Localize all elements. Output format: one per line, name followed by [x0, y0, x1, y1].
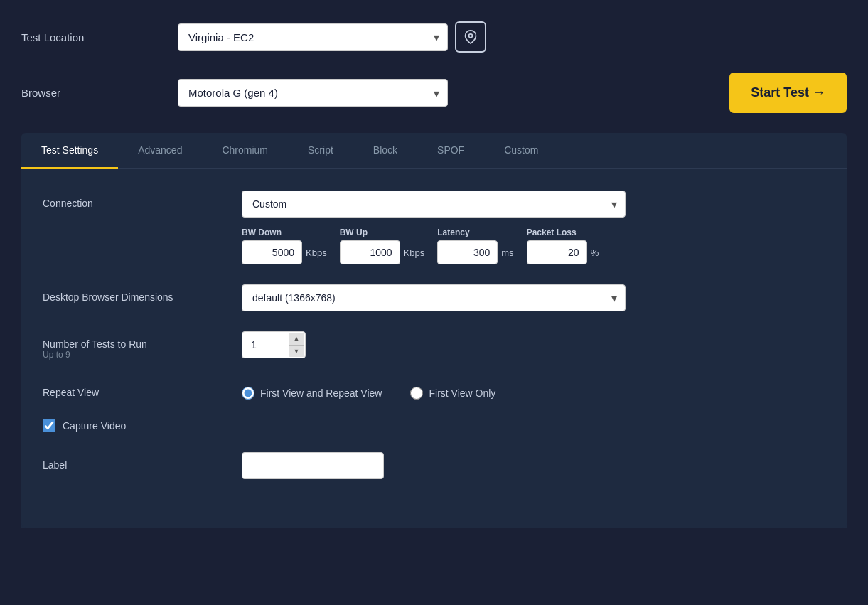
radio-first-only-label: First View Only	[429, 387, 495, 399]
bw-down-row: Kbps	[242, 240, 327, 264]
test-location-label: Test Location	[21, 31, 178, 43]
desktop-dimensions-label: Desktop Browser Dimensions	[43, 284, 242, 303]
desktop-dimensions-row: Desktop Browser Dimensions default (1366…	[43, 284, 825, 311]
svg-point-0	[469, 34, 473, 38]
num-tests-row: Number of Tests to Run Up to 9 ▲ ▼	[43, 331, 825, 360]
label-input[interactable]	[242, 452, 384, 479]
capture-video-label: Capture Video	[63, 420, 126, 432]
tab-spof[interactable]: SPOF	[417, 133, 484, 169]
tabs-content: Connection Custom Cable DSL 3G Fast ▾	[21, 169, 847, 528]
tab-test-settings[interactable]: Test Settings	[21, 133, 118, 169]
bw-down-group: BW Down Kbps	[242, 227, 327, 264]
browser-start-row: Browser Motorola G (gen 4) Chrome Firefo…	[21, 73, 847, 113]
main-container: Test Location Virginia - EC2 California …	[0, 0, 868, 549]
capture-video-checkbox[interactable]	[43, 419, 55, 432]
browser-left: Browser Motorola G (gen 4) Chrome Firefo…	[21, 79, 729, 107]
latency-unit: ms	[501, 247, 513, 258]
repeat-view-label: Repeat View	[43, 380, 242, 398]
label-field-label: Label	[43, 452, 242, 471]
radio-first-and-repeat-input[interactable]	[242, 387, 254, 400]
bw-down-input[interactable]	[242, 240, 302, 264]
num-tests-label: Number of Tests to Run Up to 9	[43, 331, 242, 360]
bw-up-label: BW Up	[340, 227, 368, 237]
location-pin-button[interactable]	[455, 21, 486, 53]
tab-script[interactable]: Script	[288, 133, 353, 169]
radio-first-and-repeat[interactable]: First View and Repeat View	[242, 387, 382, 400]
packet-loss-input[interactable]	[527, 240, 587, 264]
browser-select[interactable]: Motorola G (gen 4) Chrome Firefox	[178, 79, 448, 107]
tabs-container: Test Settings Advanced Chromium Script B…	[21, 133, 847, 528]
test-location-row: Test Location Virginia - EC2 California …	[21, 21, 847, 53]
stepper-buttons: ▲ ▼	[289, 333, 304, 357]
desktop-dimensions-select[interactable]: default (1366x768) 1024x768 1280x800 192…	[242, 284, 626, 311]
stepper-up-button[interactable]: ▲	[289, 333, 304, 346]
desktop-dimensions-select-wrapper: default (1366x768) 1024x768 1280x800 192…	[242, 284, 626, 311]
tabs-header: Test Settings Advanced Chromium Script B…	[21, 133, 847, 169]
bw-up-unit: Kbps	[404, 247, 425, 258]
packet-loss-label: Packet Loss	[527, 227, 577, 237]
latency-row: ms	[437, 240, 513, 264]
tab-block[interactable]: Block	[353, 133, 417, 169]
location-pin-icon	[464, 30, 478, 44]
bw-up-row: Kbps	[340, 240, 425, 264]
connection-row: Connection Custom Cable DSL 3G Fast ▾	[43, 191, 825, 264]
radio-first-and-repeat-label: First View and Repeat View	[260, 387, 382, 399]
start-test-button[interactable]: Start Test →	[729, 73, 847, 113]
packet-loss-row: %	[527, 240, 599, 264]
repeat-view-row: Repeat View First View and Repeat View F…	[43, 380, 825, 400]
test-location-select-wrapper: Virginia - EC2 California - EC2 Oregon -…	[178, 23, 448, 51]
tab-chromium[interactable]: Chromium	[202, 133, 288, 169]
radio-first-only[interactable]: First View Only	[410, 387, 495, 400]
bw-fields: BW Down Kbps BW Up Kbps	[242, 227, 626, 264]
num-tests-sublabel: Up to 9	[43, 350, 242, 360]
connection-select[interactable]: Custom Cable DSL 3G Fast	[242, 191, 626, 218]
num-tests-stepper: ▲ ▼	[242, 331, 306, 358]
connection-select-wrapper: Custom Cable DSL 3G Fast ▾	[242, 191, 626, 218]
stepper-down-button[interactable]: ▼	[289, 346, 304, 358]
bw-up-group: BW Up Kbps	[340, 227, 425, 264]
tab-advanced[interactable]: Advanced	[118, 133, 202, 169]
latency-input[interactable]	[437, 240, 498, 264]
radio-first-only-input[interactable]	[410, 387, 423, 400]
connection-controls: Custom Cable DSL 3G Fast ▾ BW Down	[242, 191, 626, 264]
start-test-label: Start Test →	[751, 85, 825, 100]
repeat-view-radio-group: First View and Repeat View First View On…	[242, 380, 495, 400]
capture-video-row: Capture Video	[43, 419, 825, 432]
latency-label: Latency	[437, 227, 469, 237]
bw-down-unit: Kbps	[306, 247, 327, 258]
packet-loss-group: Packet Loss %	[527, 227, 599, 264]
browser-label: Browser	[21, 87, 178, 99]
connection-label: Connection	[43, 191, 242, 209]
packet-loss-unit: %	[591, 247, 599, 258]
bw-down-label: BW Down	[242, 227, 282, 237]
browser-select-wrapper: Motorola G (gen 4) Chrome Firefox ▾	[178, 79, 448, 107]
tab-custom[interactable]: Custom	[484, 133, 558, 169]
test-location-select[interactable]: Virginia - EC2 California - EC2 Oregon -…	[178, 23, 448, 51]
bw-up-input[interactable]	[340, 240, 400, 264]
latency-group: Latency ms	[437, 227, 513, 264]
label-row: Label	[43, 452, 825, 479]
